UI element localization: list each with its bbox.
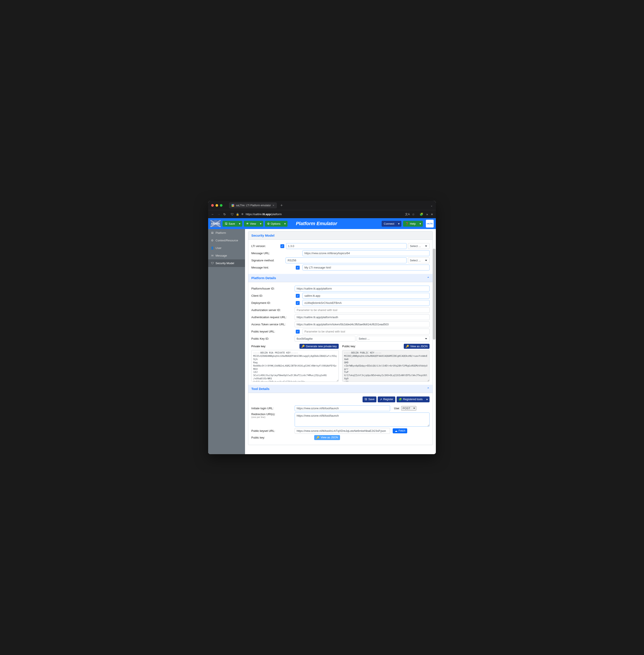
- save-dropdown[interactable]: ▾: [237, 221, 242, 227]
- deploy-checkbox[interactable]: ✓: [296, 301, 300, 305]
- key-icon: 🔑: [301, 345, 305, 348]
- browser-tab[interactable]: saLTIre: LTI Platform emulator ×: [229, 202, 277, 208]
- authreq-label: Authentication request URL:: [251, 316, 295, 319]
- lock-icon[interactable]: 🔒: [236, 213, 239, 216]
- tool-heading[interactable]: Tool Details⌃: [248, 385, 433, 393]
- tab-title: saLTIre: LTI Platform emulator: [236, 204, 271, 207]
- fetch-button[interactable]: ☁Fetch: [393, 428, 407, 433]
- close-window[interactable]: [211, 204, 214, 207]
- token-label: Access Token service URL:: [251, 323, 295, 326]
- sidebar: 🏛Platform ⚙Context/Resource 👤User ✉Messa…: [208, 229, 245, 454]
- keyset-input[interactable]: [302, 329, 430, 335]
- permissions-icon[interactable]: ⚙: [242, 213, 244, 216]
- public-key-textarea[interactable]: [342, 350, 430, 382]
- minimize-window[interactable]: [215, 204, 218, 207]
- keyid-input[interactable]: [295, 336, 355, 342]
- connect-dropdown[interactable]: ▾: [396, 221, 401, 227]
- app-logo[interactable]: SALTIRE: [210, 220, 221, 227]
- security-panel: Security Model LTI version: ✓ Select ...…: [248, 231, 433, 445]
- view-group: 👁View ▾: [244, 221, 263, 227]
- sidebar-item-user[interactable]: 👤User: [208, 244, 245, 252]
- reload-icon[interactable]: ↻: [223, 212, 226, 216]
- sidebar-label: Platform: [215, 231, 226, 234]
- sidebar-item-context[interactable]: ⚙Context/Resource: [208, 236, 245, 244]
- shield-icon[interactable]: 🛡: [231, 212, 234, 216]
- cloud-icon: ☁: [395, 429, 397, 432]
- lti-version-select[interactable]: Select ...: [408, 243, 430, 249]
- save-icon: 🖫: [365, 398, 367, 401]
- keyset-checkbox[interactable]: ✓: [296, 330, 300, 334]
- translate-icon[interactable]: 文A: [405, 212, 410, 216]
- registered-tools-button[interactable]: 🧩Registered tools: [397, 397, 424, 402]
- back-icon[interactable]: ←: [211, 212, 214, 216]
- redirection-textarea[interactable]: [295, 412, 430, 427]
- view-json-button[interactable]: 🔑View as JSON: [404, 344, 430, 349]
- options-group: ⚙Options ▾: [265, 221, 288, 227]
- register-icon: ↗: [380, 398, 382, 401]
- celtic-logo[interactable]: ceLTIc: [426, 220, 434, 227]
- close-tab-icon[interactable]: ×: [273, 204, 274, 207]
- tool-view-json-button[interactable]: 🔑View as JSON: [314, 435, 340, 440]
- message-url-input[interactable]: [302, 250, 430, 256]
- tool-keyset-input[interactable]: [295, 428, 390, 434]
- pubkey-label: Public key:: [342, 345, 404, 348]
- security-heading: Security Model: [248, 231, 433, 240]
- sidebar-item-message[interactable]: ✉Message: [208, 252, 245, 259]
- url-bar[interactable]: 🛡 🔒 ⚙ https://saltire.lti.app/platform 文…: [229, 211, 417, 217]
- app-topbar: SALTIRE 🖫Save ▾ 👁View ▾ ⚙Options ▾ Platf…: [208, 218, 436, 229]
- login-url-input[interactable]: [295, 405, 390, 411]
- sidebar-item-security[interactable]: 🛡Security Model: [208, 259, 245, 267]
- tool-save-button[interactable]: 🖫Save: [363, 397, 377, 402]
- save-button[interactable]: 🖫Save: [223, 221, 237, 227]
- client-input[interactable]: [302, 293, 430, 299]
- token-input[interactable]: [295, 321, 430, 327]
- scrollbar-thumb[interactable]: [433, 249, 435, 340]
- sig-method-select[interactable]: Select ...: [408, 257, 430, 263]
- new-tab-button[interactable]: +: [280, 203, 283, 208]
- private-key-textarea[interactable]: [251, 350, 339, 382]
- authreq-input[interactable]: [295, 314, 430, 320]
- options-button[interactable]: ⚙Options: [265, 221, 283, 227]
- message-url-label: Message URL:: [251, 252, 295, 255]
- options-dropdown[interactable]: ▾: [282, 221, 288, 227]
- authserver-input[interactable]: [295, 307, 430, 313]
- keyid-select[interactable]: Select ...: [357, 336, 430, 342]
- overflow-icon[interactable]: »: [426, 212, 428, 216]
- connect-button[interactable]: Connect: [382, 221, 396, 227]
- message-hint-input[interactable]: [302, 265, 430, 270]
- gear-icon: ⚙: [267, 222, 270, 225]
- lti-version-checkbox[interactable]: ✓: [280, 244, 284, 248]
- lti-version-input[interactable]: [286, 243, 407, 249]
- help-button[interactable]: ❓Help: [403, 221, 418, 227]
- help-icon: ❓: [405, 222, 409, 225]
- menu-icon[interactable]: ≡: [431, 212, 433, 216]
- bookmark-icon[interactable]: ☆: [412, 212, 415, 216]
- favicon-icon: [232, 204, 234, 207]
- authserver-label: Authorization server ID:: [251, 309, 295, 312]
- sidebar-item-platform[interactable]: 🏛Platform: [208, 229, 245, 236]
- extensions-icon[interactable]: 🧩: [419, 212, 423, 216]
- tool-register-button[interactable]: ↗Register: [378, 397, 395, 402]
- client-checkbox[interactable]: ✓: [296, 294, 300, 298]
- client-label: Client ID:: [251, 294, 295, 297]
- deploy-input[interactable]: [302, 300, 430, 306]
- tool-pubkey-label: Public key:: [251, 436, 295, 439]
- tabs-overflow-icon[interactable]: ⌄: [431, 204, 433, 207]
- use-method-select[interactable]: POST: [401, 406, 416, 411]
- registered-tools-dropdown[interactable]: ▾: [424, 397, 430, 402]
- view-button[interactable]: 👁View: [244, 221, 258, 227]
- sig-method-input[interactable]: [285, 257, 407, 263]
- message-hint-checkbox[interactable]: ✓: [296, 266, 300, 270]
- issuer-input[interactable]: [295, 286, 430, 292]
- issuer-label: Platform/Issuer ID:: [251, 287, 295, 290]
- maximize-window[interactable]: [220, 204, 223, 207]
- help-dropdown[interactable]: ▾: [418, 221, 423, 227]
- view-dropdown[interactable]: ▾: [258, 221, 263, 227]
- keyset-label: Public keyset URL:: [251, 330, 295, 333]
- security-icon: 🛡: [211, 262, 214, 265]
- platform-heading[interactable]: Platform Details⌃: [248, 274, 433, 282]
- generate-key-button[interactable]: 🔑Generate new private key: [299, 344, 339, 349]
- help-group: ❓Help ▾: [403, 221, 423, 227]
- chevron-up-icon: ⌃: [427, 387, 430, 390]
- sidebar-label: Security Model: [215, 262, 234, 265]
